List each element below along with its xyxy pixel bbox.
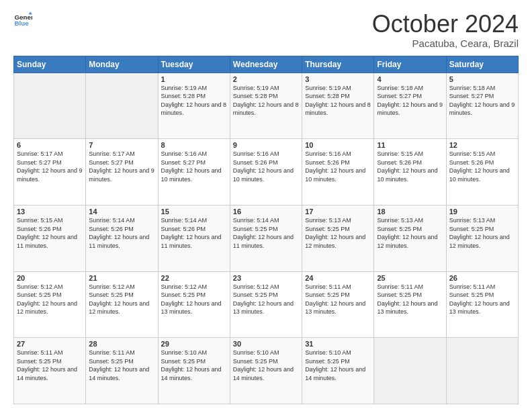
logo: General Blue [13,11,32,30]
day-info: Sunrise: 5:11 AMSunset: 5:25 PMDaylight:… [17,349,83,382]
logo-icon: General Blue [13,11,32,30]
day-number: 24 [305,274,371,282]
day-info: Sunrise: 5:19 AMSunset: 5:28 PMDaylight:… [161,84,227,118]
calendar-week-3: 13Sunrise: 5:15 AMSunset: 5:26 PMDayligh… [14,205,519,271]
day-info: Sunrise: 5:13 AMSunset: 5:25 PMDaylight:… [449,216,515,250]
table-row: 28Sunrise: 5:11 AMSunset: 5:25 PMDayligh… [86,338,158,404]
svg-text:Blue: Blue [14,19,29,27]
day-number: 10 [305,141,371,149]
calendar-table: Sunday Monday Tuesday Wednesday Thursday… [13,56,519,404]
day-number: 29 [161,340,227,348]
day-info: Sunrise: 5:15 AMSunset: 5:26 PMDaylight:… [449,150,515,183]
header-monday: Monday [86,56,158,73]
day-number: 26 [449,274,515,282]
table-row: 30Sunrise: 5:10 AMSunset: 5:25 PMDayligh… [230,338,302,404]
header-sunday: Sunday [14,56,86,73]
day-number: 2 [233,75,299,83]
day-info: Sunrise: 5:17 AMSunset: 5:27 PMDaylight:… [17,150,83,183]
day-info: Sunrise: 5:18 AMSunset: 5:27 PMDaylight:… [449,84,515,118]
day-info: Sunrise: 5:14 AMSunset: 5:25 PMDaylight:… [233,216,299,250]
calendar-header-row: Sunday Monday Tuesday Wednesday Thursday… [14,56,519,73]
table-row [374,338,446,404]
day-info: Sunrise: 5:12 AMSunset: 5:25 PMDaylight:… [17,283,83,316]
day-number: 3 [305,75,371,83]
day-info: Sunrise: 5:10 AMSunset: 5:25 PMDaylight:… [233,349,299,382]
day-info: Sunrise: 5:12 AMSunset: 5:25 PMDaylight:… [233,283,299,316]
month-title: October 2024 [372,11,519,38]
table-row: 3Sunrise: 5:19 AMSunset: 5:28 PMDaylight… [302,73,374,139]
day-number: 27 [17,340,83,348]
table-row: 10Sunrise: 5:16 AMSunset: 5:26 PMDayligh… [302,139,374,205]
day-info: Sunrise: 5:16 AMSunset: 5:27 PMDaylight:… [161,150,227,183]
day-info: Sunrise: 5:19 AMSunset: 5:28 PMDaylight:… [233,84,299,118]
table-row: 2Sunrise: 5:19 AMSunset: 5:28 PMDaylight… [230,73,302,139]
table-row: 7Sunrise: 5:17 AMSunset: 5:27 PMDaylight… [86,139,158,205]
table-row: 6Sunrise: 5:17 AMSunset: 5:27 PMDaylight… [14,139,86,205]
table-row: 18Sunrise: 5:13 AMSunset: 5:25 PMDayligh… [374,205,446,271]
day-number: 30 [233,340,299,348]
day-number: 28 [89,340,154,348]
table-row: 9Sunrise: 5:16 AMSunset: 5:26 PMDaylight… [230,139,302,205]
day-number: 11 [377,141,443,149]
day-number: 7 [89,141,154,149]
table-row: 29Sunrise: 5:10 AMSunset: 5:25 PMDayligh… [158,338,230,404]
table-row: 19Sunrise: 5:13 AMSunset: 5:25 PMDayligh… [446,205,518,271]
day-number: 18 [377,208,443,216]
calendar-week-2: 6Sunrise: 5:17 AMSunset: 5:27 PMDaylight… [14,139,519,205]
day-number: 15 [161,208,227,216]
day-info: Sunrise: 5:11 AMSunset: 5:25 PMDaylight:… [377,283,443,316]
table-row: 12Sunrise: 5:15 AMSunset: 5:26 PMDayligh… [446,139,518,205]
header-tuesday: Tuesday [158,56,230,73]
day-number: 16 [233,208,299,216]
calendar-week-5: 27Sunrise: 5:11 AMSunset: 5:25 PMDayligh… [14,338,519,404]
header-wednesday: Wednesday [230,56,302,73]
day-info: Sunrise: 5:17 AMSunset: 5:27 PMDaylight:… [89,150,154,183]
table-row: 25Sunrise: 5:11 AMSunset: 5:25 PMDayligh… [374,271,446,338]
location: Pacatuba, Ceara, Brazil [372,38,519,49]
day-number: 20 [17,274,83,282]
day-info: Sunrise: 5:13 AMSunset: 5:25 PMDaylight:… [305,216,371,250]
table-row [446,338,518,404]
day-info: Sunrise: 5:19 AMSunset: 5:28 PMDaylight:… [305,84,371,118]
day-number: 6 [17,141,83,149]
table-row: 20Sunrise: 5:12 AMSunset: 5:25 PMDayligh… [14,271,86,338]
table-row: 4Sunrise: 5:18 AMSunset: 5:27 PMDaylight… [374,73,446,139]
calendar-week-1: 1Sunrise: 5:19 AMSunset: 5:28 PMDaylight… [14,73,519,139]
day-number: 19 [449,208,515,216]
day-info: Sunrise: 5:10 AMSunset: 5:25 PMDaylight:… [305,349,371,382]
table-row: 26Sunrise: 5:11 AMSunset: 5:25 PMDayligh… [446,271,518,338]
day-number: 13 [17,208,83,216]
day-info: Sunrise: 5:15 AMSunset: 5:26 PMDaylight:… [377,150,443,183]
day-info: Sunrise: 5:15 AMSunset: 5:26 PMDaylight:… [17,216,83,250]
day-info: Sunrise: 5:13 AMSunset: 5:25 PMDaylight:… [377,216,443,250]
table-row: 5Sunrise: 5:18 AMSunset: 5:27 PMDaylight… [446,73,518,139]
day-info: Sunrise: 5:10 AMSunset: 5:25 PMDaylight:… [161,349,227,382]
table-row: 27Sunrise: 5:11 AMSunset: 5:25 PMDayligh… [14,338,86,404]
header-saturday: Saturday [446,56,518,73]
day-number: 12 [449,141,515,149]
day-number: 14 [89,208,154,216]
table-row: 16Sunrise: 5:14 AMSunset: 5:25 PMDayligh… [230,205,302,271]
day-number: 8 [161,141,227,149]
day-info: Sunrise: 5:12 AMSunset: 5:25 PMDaylight:… [89,283,154,316]
header: General Blue October 2024 Pacatuba, Cear… [13,11,519,49]
day-info: Sunrise: 5:18 AMSunset: 5:27 PMDaylight:… [377,84,443,118]
day-number: 23 [233,274,299,282]
table-row: 22Sunrise: 5:12 AMSunset: 5:25 PMDayligh… [158,271,230,338]
day-number: 1 [161,75,227,83]
table-row: 17Sunrise: 5:13 AMSunset: 5:25 PMDayligh… [302,205,374,271]
day-number: 21 [89,274,154,282]
day-number: 9 [233,141,299,149]
table-row: 15Sunrise: 5:14 AMSunset: 5:26 PMDayligh… [158,205,230,271]
table-row: 8Sunrise: 5:16 AMSunset: 5:27 PMDaylight… [158,139,230,205]
header-friday: Friday [374,56,446,73]
table-row: 21Sunrise: 5:12 AMSunset: 5:25 PMDayligh… [86,271,158,338]
table-row: 1Sunrise: 5:19 AMSunset: 5:28 PMDaylight… [158,73,230,139]
title-block: October 2024 Pacatuba, Ceara, Brazil [372,11,519,49]
day-number: 22 [161,274,227,282]
table-row: 13Sunrise: 5:15 AMSunset: 5:26 PMDayligh… [14,205,86,271]
day-number: 31 [305,340,371,348]
day-number: 5 [449,75,515,83]
day-info: Sunrise: 5:16 AMSunset: 5:26 PMDaylight:… [233,150,299,183]
header-thursday: Thursday [302,56,374,73]
